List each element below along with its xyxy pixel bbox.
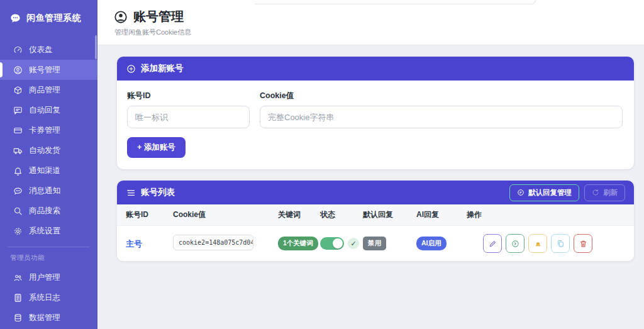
sidebar-item-label: 消息通知 [29,186,60,196]
keywords-badge[interactable]: 1个关键词 [278,237,318,250]
col-header-default-reply: 默认回复 [363,209,416,220]
trash-icon [579,240,587,248]
col-header-actions: 操作 [467,209,625,220]
default-reply-manage-button[interactable]: 默认回复管理 [509,184,579,201]
sidebar-item-label: 数据管理 [29,313,60,323]
sidebar-item-auto-reply[interactable]: 自动回复 [0,100,97,120]
col-header-ai-reply: AI回复 [416,209,467,220]
sidebar-nav: 仪表盘 账号管理 商品管理 自动回复 卡券管理 [0,40,97,329]
refresh-button[interactable]: 刷新 [584,184,625,201]
page-header: 账号管理 管理闲鱼账号Cookie信息 [97,0,644,45]
copy-button[interactable] [551,234,570,253]
col-header-status: 状态 [320,209,363,220]
edit-button[interactable] [483,234,502,253]
sidebar-item-accounts[interactable]: 账号管理 [0,60,97,80]
status-check-icon: ✓ [348,238,359,249]
account-id-input[interactable] [127,106,250,128]
cookie-value-label: Cookie值 [260,91,623,101]
table-row: 主号 cookie2=148a075c7d04a5… 1个关键词 ✓ 禁用 [117,226,634,261]
clipboard-icon [557,240,565,248]
sidebar-item-coupons[interactable]: 卡券管理 [0,120,97,140]
plus-circle-icon [126,64,136,74]
add-account-card-header: 添加新账号 [117,57,634,81]
toggle-knob [333,238,343,248]
main-area: 账号管理 管理闲鱼账号Cookie信息 添加新账号 账号ID [97,0,644,329]
account-circle-icon [114,10,128,24]
sidebar-item-label: 系统设置 [29,226,60,237]
sidebar-item-label: 商品搜索 [29,206,60,216]
gauge-icon [13,45,23,55]
table-header-row: 账号ID Cookie值 关键词 状态 默认回复 AI回复 操作 [117,204,634,226]
list-icon [126,187,136,198]
account-list-card-title: 账号列表 [141,187,175,198]
user-circle-icon [13,65,23,75]
refresh-icon [592,189,599,196]
col-header-keywords: 关键词 [278,209,320,220]
message-icon [13,186,23,196]
sidebar-item-label: 通知渠道 [29,165,60,176]
cookie-value-input[interactable] [260,106,623,128]
page-subtitle: 管理闲鱼账号Cookie信息 [114,28,629,37]
account-id-label: 账号ID [127,91,250,101]
sidebar-item-notify-channels[interactable]: 通知渠道 [0,160,97,181]
box-icon [13,86,23,95]
sidebar-item-product-search[interactable]: 商品搜索 [0,201,97,221]
robot-icon [534,240,542,248]
page-title: 账号管理 [133,8,184,25]
add-account-button[interactable]: + 添加账号 [127,137,186,158]
add-account-card-title: 添加新账号 [141,63,184,74]
ai-settings-button[interactable] [528,234,547,253]
content: 添加新账号 账号ID Cookie值 + 添加账号 [97,45,644,261]
sidebar-item-message-notify[interactable]: 消息通知 [0,181,97,201]
sidebar-item-label: 仪表盘 [29,45,53,55]
account-id-link[interactable]: 主号 [126,239,142,248]
app-title: 闲鱼管理系统 [26,13,81,24]
col-header-account-id: 账号ID [126,209,173,220]
database-icon [13,313,23,323]
sidebar-item-auto-ship[interactable]: 自动发货 [0,140,97,160]
active-item-marker [0,62,3,77]
sidebar-section-admin: 管理员功能 [0,252,97,267]
gear-icon [13,226,23,236]
sidebar: 闲鱼管理系统 仪表盘 账号管理 商品管理 自动回复 [0,0,97,329]
cookie-value-box[interactable]: cookie2=148a075c7d04a5… [173,235,253,250]
sidebar-item-label: 用户管理 [29,272,60,283]
sidebar-item-user-management[interactable]: 用户管理 [0,267,97,287]
sidebar-item-settings[interactable]: 系统设置 [0,221,97,241]
sidebar-item-label: 卡券管理 [29,125,60,136]
sidebar-item-label: 系统日志 [29,293,60,303]
sidebar-item-label: 账号管理 [29,65,60,75]
ai-reply-badge: AI启用 [416,237,447,250]
account-list-card: 账号列表 默认回复管理 刷新 [117,181,634,261]
sidebar-divider [8,247,90,247]
chat-gear-icon [517,189,525,196]
col-header-cookie: Cookie值 [173,209,278,220]
default-reply-badge: 禁用 [363,237,386,250]
sidebar-scrollbar[interactable] [95,35,97,59]
status-toggle[interactable] [320,237,344,250]
truck-icon [13,146,23,155]
card-icon [13,126,23,135]
chat-bubble-logo-icon [9,12,21,25]
delete-button[interactable] [574,234,592,253]
sidebar-item-label: 自动发货 [29,145,60,156]
chat-icon [13,106,23,115]
sidebar-item-products[interactable]: 商品管理 [0,80,97,100]
sidebar-item-system-logs[interactable]: 系统日志 [0,287,97,308]
users-icon [13,273,23,282]
sidebar-item-label: 商品管理 [29,85,60,96]
add-account-card: 添加新账号 账号ID Cookie值 + 添加账号 [117,57,634,169]
account-list-card-header: 账号列表 默认回复管理 刷新 [117,181,634,204]
reply-settings-button[interactable] [506,234,525,253]
circle-arrow-icon [511,240,519,248]
sidebar-item-label: 自动回复 [29,105,60,116]
log-icon [13,293,23,303]
sidebar-item-dashboard[interactable]: 仪表盘 [0,40,97,60]
search-icon [13,206,23,216]
app-logo: 闲鱼管理系统 [0,0,97,33]
sidebar-item-data-management[interactable]: 数据管理 [0,308,97,328]
pencil-icon [489,240,497,248]
bell-icon [13,166,23,176]
top-edge-artifact [255,0,536,4]
